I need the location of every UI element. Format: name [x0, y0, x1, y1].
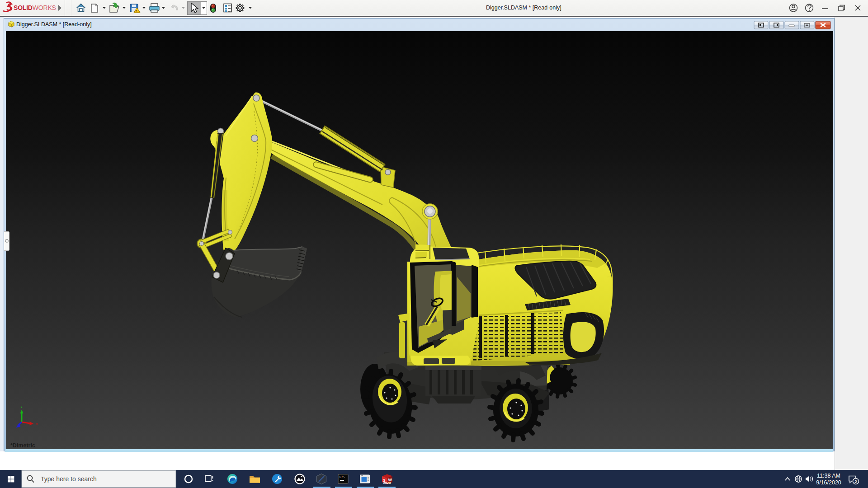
svg-text:SOLIDWORKS: SOLIDWORKS	[14, 4, 56, 11]
svg-text:Y: Y	[20, 405, 23, 409]
svg-text:!: !	[136, 9, 137, 13]
svg-text:Type here to search: Type here to search	[41, 475, 97, 483]
svg-text:11:38 AM: 11:38 AM	[817, 473, 840, 479]
svg-text:*Dimetric: *Dimetric	[10, 442, 35, 449]
svg-text:2: 2	[854, 479, 857, 484]
svg-text:9/16/2020: 9/16/2020	[816, 479, 841, 486]
svg-text:2020: 2020	[383, 481, 391, 485]
svg-text:C:\: C:\	[340, 476, 345, 479]
